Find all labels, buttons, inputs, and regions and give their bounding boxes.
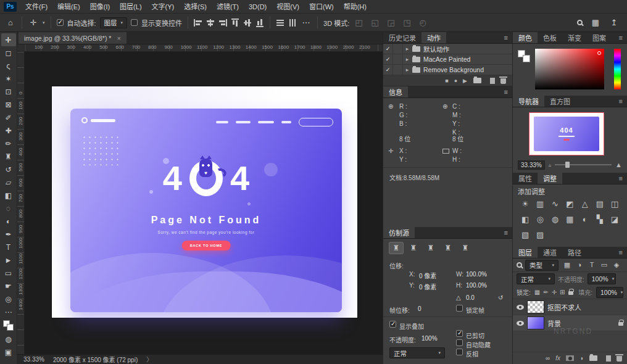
- panel-menu-icon[interactable]: ≡: [500, 227, 512, 238]
- menu-item[interactable]: 编辑(E): [52, 0, 85, 14]
- background-color-swatch[interactable]: [523, 55, 530, 62]
- distribute-vertical-icon[interactable]: [289, 19, 296, 27]
- adjustment-icon[interactable]: ▤: [592, 197, 607, 210]
- lock-frame-checkbox[interactable]: [456, 305, 463, 312]
- opacity-value[interactable]: 100%: [421, 335, 438, 342]
- foreground-background-swatches[interactable]: [3, 320, 14, 331]
- action-enabled-check-icon[interactable]: ✓: [383, 65, 393, 75]
- adjustment-icon[interactable]: ◫: [607, 197, 622, 210]
- adjustment-icon[interactable]: ∿: [547, 197, 562, 210]
- new-set-icon[interactable]: [473, 78, 481, 83]
- zoom-slider-thumb[interactable]: [565, 162, 570, 168]
- adjustment-icon[interactable]: ◩: [562, 197, 577, 210]
- panel-tab[interactable]: 历史记录: [383, 32, 421, 43]
- more-align-options-icon[interactable]: ⋯: [301, 18, 312, 27]
- blend-mode-dropdown[interactable]: 正常▾: [517, 273, 555, 284]
- tool-button[interactable]: ς: [1, 59, 16, 72]
- adjustment-icon[interactable]: ◎: [533, 213, 547, 225]
- panel-tab[interactable]: 图案: [587, 32, 612, 43]
- menu-item[interactable]: 帮助(H): [339, 0, 372, 14]
- align-center-icon[interactable]: [206, 19, 215, 27]
- adjustment-icon[interactable]: ◍: [547, 213, 562, 225]
- tool-button[interactable]: ⊡: [1, 85, 16, 98]
- add-mask-icon[interactable]: [566, 355, 574, 361]
- panel-tab[interactable]: 仿制源: [383, 227, 415, 238]
- layer-filter-icon[interactable]: ▭: [600, 261, 608, 269]
- link-layers-icon[interactable]: ∞: [546, 355, 550, 362]
- menu-item[interactable]: 滤镜(T): [212, 0, 244, 14]
- workspace-icon[interactable]: ▦: [590, 18, 601, 27]
- navigator-preview[interactable]: 404: [529, 112, 604, 155]
- document-tab[interactable]: image.jpg @ 33.3%(RGB/8*) * ×: [19, 32, 127, 44]
- tool-button[interactable]: ▭: [1, 267, 16, 279]
- adjustment-layer-icon[interactable]: ◑: [579, 355, 583, 362]
- adjustment-icon[interactable]: △: [578, 197, 592, 210]
- lock-option-icon[interactable]: ⊞: [560, 289, 565, 296]
- action-dialog-toggle[interactable]: [393, 54, 403, 64]
- zoom-out-icon[interactable]: ▵: [549, 162, 551, 168]
- align-middle-icon[interactable]: [244, 19, 251, 27]
- status-options-chevron-icon[interactable]: 〉: [146, 355, 152, 364]
- lock-option-icon[interactable]: ✏: [543, 289, 548, 296]
- photoshop-logo-icon[interactable]: Ps: [4, 2, 17, 12]
- align-right-icon[interactable]: [218, 19, 227, 27]
- action-enabled-check-icon[interactable]: ✓: [383, 44, 393, 54]
- panel-tab[interactable]: 图层: [513, 247, 538, 258]
- clone-source-slot[interactable]: ♜: [424, 242, 438, 254]
- menu-item[interactable]: 文字(Y): [147, 0, 180, 14]
- expand-chevron-icon[interactable]: ▸: [403, 67, 412, 73]
- layer-filter-type-dropdown[interactable]: 类型▾: [525, 260, 558, 271]
- tool-button[interactable]: ◧: [1, 189, 16, 202]
- search-icon[interactable]: [577, 20, 583, 25]
- adjustment-icon[interactable]: ◪: [607, 213, 622, 225]
- auto-hide-checkbox[interactable]: [456, 339, 463, 346]
- menu-item[interactable]: 图层(L): [115, 0, 146, 14]
- y-value[interactable]: 0 像素: [419, 282, 436, 291]
- panel-tab[interactable]: 属性: [513, 173, 538, 184]
- panel-menu-icon[interactable]: ≡: [615, 96, 627, 107]
- reset-transform-icon[interactable]: ↺: [498, 294, 503, 301]
- auto-select-checkbox[interactable]: [57, 19, 64, 26]
- clone-source-slot[interactable]: ♜: [441, 242, 455, 254]
- menu-item[interactable]: 文件(F): [20, 0, 52, 14]
- tool-button[interactable]: ↺: [1, 163, 16, 176]
- tool-button[interactable]: ✛: [1, 33, 16, 46]
- adjustment-icon[interactable]: ◐: [578, 213, 592, 225]
- clone-blend-mode-dropdown[interactable]: 正常▾: [389, 347, 445, 358]
- delete-layer-icon[interactable]: [617, 356, 622, 362]
- expand-chevron-icon[interactable]: ▸: [403, 46, 412, 52]
- tool-button[interactable]: T: [1, 241, 16, 254]
- align-top-icon[interactable]: [231, 19, 239, 27]
- layer-filter-icon[interactable]: ▦: [563, 261, 571, 269]
- foreground-background-swatches[interactable]: [518, 50, 530, 62]
- distribute-horizontal-icon[interactable]: [276, 19, 284, 27]
- panel-tab[interactable]: 动作: [421, 32, 446, 43]
- quick-mask-icon[interactable]: ◍: [1, 333, 16, 345]
- adjustment-icon[interactable]: ▚: [592, 213, 607, 225]
- panel-menu-icon[interactable]: ≡: [615, 32, 627, 43]
- align-left-icon[interactable]: [194, 19, 202, 27]
- layer-filter-icon[interactable]: T: [588, 261, 596, 269]
- current-tool-icon[interactable]: ✛: [28, 18, 39, 27]
- adjustment-icon[interactable]: ▥: [533, 197, 547, 210]
- layer-thumbnail-image[interactable]: [528, 317, 544, 329]
- tool-button[interactable]: ◌: [1, 202, 16, 215]
- tool-button[interactable]: ⊠: [1, 98, 16, 111]
- panel-menu-icon[interactable]: ≡: [500, 32, 512, 43]
- adjustment-icon[interactable]: ▦: [562, 213, 577, 225]
- adjustment-icon[interactable]: ▧: [518, 228, 533, 241]
- visibility-eye-icon[interactable]: [517, 321, 524, 326]
- tool-button[interactable]: ✶: [1, 72, 16, 85]
- clone-source-slot[interactable]: ♜: [389, 242, 403, 254]
- action-item[interactable]: ✓ ▸ Remove Background: [383, 65, 512, 75]
- show-transform-checkbox[interactable]: [131, 19, 138, 26]
- adjustment-icon[interactable]: ▨: [533, 228, 547, 241]
- new-layer-icon[interactable]: [606, 355, 611, 362]
- menu-item[interactable]: 图像(I): [85, 0, 115, 14]
- tool-button[interactable]: ✏: [1, 137, 16, 150]
- adjustment-icon[interactable]: ◧: [518, 213, 533, 225]
- w-value[interactable]: 100.0%: [466, 271, 487, 278]
- panel-tab[interactable]: 通道: [538, 247, 562, 258]
- background-color-swatch[interactable]: [7, 324, 14, 331]
- record-icon[interactable]: ●: [454, 78, 457, 84]
